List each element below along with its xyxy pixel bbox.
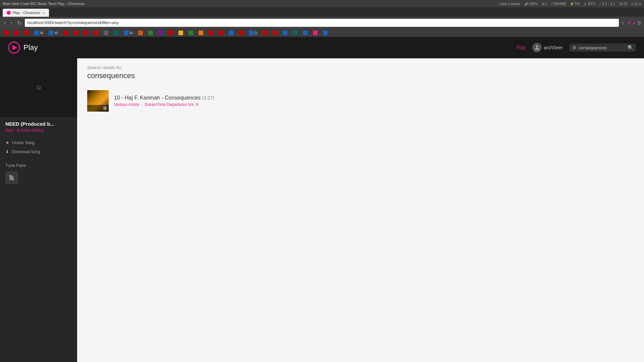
album-art-placeholder: 🖼 bbox=[37, 85, 41, 90]
avatar bbox=[532, 43, 542, 52]
bookmark-item[interactable] bbox=[62, 30, 69, 36]
header-user: archSeer bbox=[532, 43, 563, 52]
bookmark-favicon bbox=[63, 31, 68, 35]
art-overlay: ⬇ bbox=[87, 105, 109, 112]
tab-label: Play - Chromium bbox=[13, 11, 40, 15]
bookmark-item[interactable] bbox=[302, 30, 309, 36]
bookmark-favicon bbox=[273, 31, 277, 35]
bookmark-item[interactable] bbox=[92, 30, 100, 36]
download-song-button[interactable]: ⬇ Download Song bbox=[0, 147, 77, 156]
browser-titlebar: Main Web Code IRC Music Term Play - Chro… bbox=[0, 0, 644, 7]
bookmark-favicon bbox=[293, 31, 298, 35]
active-tab[interactable]: Play - Chromium ✕ bbox=[3, 9, 49, 17]
bookmark-favicon bbox=[49, 31, 53, 35]
bookmark-label: W bbox=[54, 31, 58, 35]
bookmark-favicon bbox=[178, 31, 183, 35]
bookmark-item[interactable] bbox=[217, 30, 225, 36]
main-content: Search results for: consequences ⬇ 10 - … bbox=[77, 58, 644, 362]
search-results-query: consequences bbox=[87, 71, 634, 80]
bookmark-favicon bbox=[94, 31, 98, 35]
search-icon[interactable]: 🔍 bbox=[628, 45, 633, 50]
bookmark-item[interactable]: W bbox=[122, 30, 134, 36]
bookmark-item[interactable] bbox=[137, 30, 144, 36]
bookmark-favicon bbox=[148, 31, 153, 35]
bookmark-item[interactable] bbox=[291, 30, 299, 36]
bookmark-item[interactable] bbox=[157, 30, 164, 36]
bookmark-item[interactable] bbox=[3, 30, 10, 36]
tune-fans-title: Tune Fans bbox=[5, 163, 72, 168]
bookmark-item[interactable] bbox=[187, 30, 195, 36]
bookmark-item[interactable] bbox=[312, 30, 319, 36]
bookmark-item[interactable] bbox=[167, 30, 174, 36]
bookmark-label: D bbox=[255, 31, 257, 35]
bookmark-item[interactable] bbox=[102, 30, 110, 36]
app-body: 🖼 NEED (Produced b... Wax - Eviction Not… bbox=[0, 58, 644, 362]
search-box[interactable]: ⚙ 🔍 bbox=[570, 44, 636, 52]
bookmarks-bar: W W W bbox=[0, 29, 644, 37]
settings-icon[interactable]: ☰ bbox=[637, 20, 641, 25]
bookmark-item[interactable]: D bbox=[248, 30, 259, 36]
tab-close-button[interactable]: ✕ bbox=[42, 11, 45, 15]
bookmark-item[interactable] bbox=[72, 30, 79, 36]
titlebar-status: ♪ mpd in pausa 🔊 100% ⊞ 2 ▪ 5344MB ⚡ 5% … bbox=[497, 2, 641, 6]
album-art: 🖼 bbox=[0, 58, 77, 117]
fan-avatar bbox=[5, 171, 18, 184]
bookmark-label: W bbox=[129, 31, 133, 35]
bookmark-favicon bbox=[189, 31, 193, 35]
sidebar: 🖼 NEED (Produced b... Wax - Eviction Not… bbox=[0, 58, 77, 362]
bookmark-favicon bbox=[303, 31, 308, 35]
bookmark-favicon bbox=[249, 31, 254, 35]
bookmark-item[interactable] bbox=[197, 30, 205, 36]
song-result-art: ⬇ bbox=[87, 90, 109, 112]
header-play-link[interactable]: Play bbox=[517, 45, 526, 50]
bookmark-item[interactable] bbox=[271, 30, 279, 36]
bookmark-item[interactable]: W bbox=[47, 30, 59, 36]
bookmark-label: W bbox=[40, 31, 43, 35]
bookmark-item[interactable] bbox=[147, 30, 154, 36]
search-input[interactable] bbox=[579, 45, 626, 50]
bookmark-favicon bbox=[24, 31, 29, 35]
bookmark-item[interactable] bbox=[82, 30, 90, 36]
bookmark-item[interactable] bbox=[13, 30, 20, 36]
bookmark-item[interactable] bbox=[207, 30, 215, 36]
extension-icon: ● bbox=[633, 20, 635, 25]
browser-tabs: Play - Chromium ✕ bbox=[0, 7, 644, 17]
bookmark-favicon bbox=[209, 31, 213, 35]
bookmark-item[interactable] bbox=[112, 30, 120, 36]
song-result-artist[interactable]: Various Artists bbox=[114, 102, 140, 107]
bookmark-favicon bbox=[114, 31, 118, 35]
song-subtitle: Wax - Eviction Notice bbox=[5, 128, 72, 133]
back-button[interactable]: ‹ bbox=[3, 19, 7, 26]
unstar-song-button[interactable]: ★ Unstar Song bbox=[0, 138, 77, 147]
search-results-label: Search results for: bbox=[87, 65, 634, 70]
song-info: NEED (Produced b... Wax - Eviction Notic… bbox=[0, 117, 77, 135]
bookmark-item[interactable] bbox=[177, 30, 184, 36]
bookmark-item[interactable]: W bbox=[33, 30, 45, 36]
download-icon: ⬇ bbox=[5, 149, 9, 154]
song-result-meta: Various Artists - DreamTime Departures V… bbox=[114, 102, 634, 107]
bookmark-favicon bbox=[104, 31, 108, 35]
bookmark-item[interactable] bbox=[281, 30, 289, 36]
bookmark-favicon bbox=[323, 31, 328, 35]
address-bar[interactable] bbox=[25, 19, 619, 27]
username-label: archSeer bbox=[544, 45, 563, 50]
star-icon[interactable]: ☆ bbox=[621, 20, 625, 25]
download-badge: ⬇ bbox=[103, 106, 107, 111]
bookmark-item[interactable] bbox=[261, 30, 269, 36]
song-result[interactable]: ⬇ 10 - Haj F. Karimah - Consequences (3:… bbox=[87, 87, 634, 115]
song-result-album[interactable]: DreamTime Departures Vol. 9 bbox=[145, 102, 198, 107]
reload-button[interactable]: ↻ bbox=[16, 19, 23, 27]
bookmark-favicon bbox=[229, 31, 233, 35]
unstar-song-label: Unstar Song bbox=[12, 140, 35, 145]
bookmark-item[interactable] bbox=[322, 30, 329, 36]
gmail-icon: M bbox=[627, 20, 631, 25]
forward-button[interactable]: › bbox=[9, 19, 13, 26]
bookmark-favicon bbox=[168, 31, 173, 35]
bookmark-item[interactable] bbox=[227, 30, 235, 36]
bookmark-item[interactable] bbox=[237, 30, 245, 36]
song-result-info: 10 - Haj F. Karimah - Consequences (3:27… bbox=[114, 95, 634, 107]
bookmark-favicon bbox=[263, 31, 267, 35]
tune-fans-section: Tune Fans bbox=[0, 159, 77, 188]
toolbar-actions: ☆ M ● ☰ bbox=[621, 20, 641, 25]
bookmark-item[interactable] bbox=[23, 30, 30, 36]
